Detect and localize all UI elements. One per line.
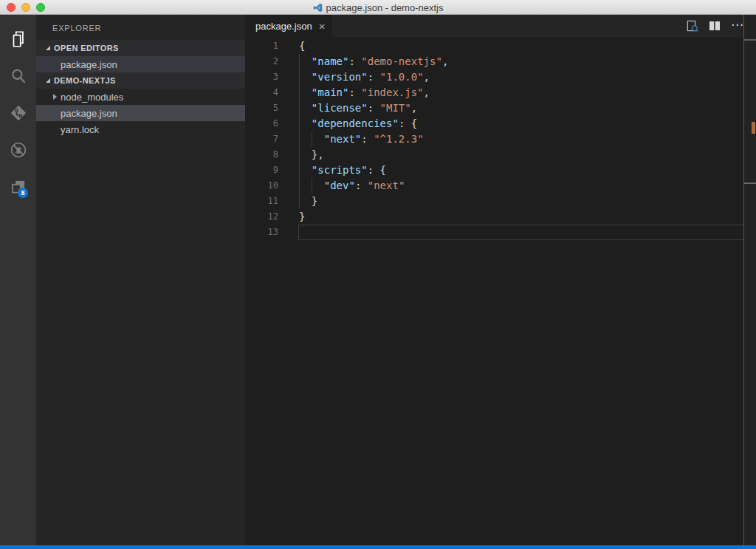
- indent-guide: [299, 194, 300, 209]
- line-number: 13: [245, 225, 278, 240]
- chevron-collapsed-icon: [53, 94, 57, 100]
- tab-bar: package.json × ⋯: [245, 15, 756, 37]
- indent-guide: [299, 100, 300, 116]
- code-text: {: [299, 40, 305, 52]
- file-label: node_modules: [61, 92, 123, 103]
- line-number: 10: [245, 178, 278, 194]
- file-item-node-modules[interactable]: node_modules: [36, 89, 245, 105]
- code-text: "scripts": {: [299, 164, 386, 176]
- tab-close-icon[interactable]: ×: [319, 21, 326, 32]
- window-title: package.json - demo-nextjs: [326, 2, 444, 13]
- line-number: 7: [245, 132, 278, 147]
- file-label: yarn.lock: [61, 124, 99, 135]
- sidebar-title: EXPLORER: [36, 15, 245, 40]
- explorer-sidebar: EXPLORER OPEN EDITORSpackage.jsonDEMO-NE…: [36, 15, 245, 545]
- code-text: }: [299, 211, 305, 222]
- chevron-expanded-icon: [46, 78, 50, 83]
- activity-item-debug[interactable]: [0, 132, 36, 168]
- code-text: "next": "^1.2.3": [299, 133, 424, 145]
- file-item-package-json[interactable]: package.json: [36, 105, 245, 121]
- status-bar: [0, 545, 756, 549]
- editor-group: package.json × ⋯: [245, 15, 756, 545]
- code-line[interactable]: 13: [245, 225, 756, 240]
- code-line[interactable]: 6 "dependencies": {: [245, 116, 756, 132]
- extensions-badge: 8: [18, 188, 28, 198]
- code-line[interactable]: 9 "scripts": {: [245, 163, 756, 178]
- line-number: 12: [245, 209, 278, 225]
- code-text: "main": "index.js",: [299, 86, 430, 98]
- file-label: package.json: [61, 108, 117, 119]
- line-number: 9: [245, 163, 278, 178]
- indent-guide: [299, 85, 300, 100]
- titlebar: package.json - demo-nextjs: [0, 0, 756, 15]
- code-line[interactable]: 7 "next": "^1.2.3": [245, 132, 756, 147]
- activity-item-extensions[interactable]: 8: [0, 168, 36, 205]
- section-label: OPEN EDITORS: [54, 44, 119, 52]
- code-line[interactable]: 3 "version": "1.0.0",: [245, 69, 756, 85]
- code-line[interactable]: 10 "dev": "next": [245, 178, 756, 194]
- code-text: },: [299, 149, 324, 160]
- code-line[interactable]: 4 "main": "index.js",: [245, 85, 756, 100]
- open-preview-icon[interactable]: [686, 20, 698, 33]
- debug-icon: [9, 140, 28, 160]
- activity-item-source-control[interactable]: [0, 95, 36, 132]
- indent-guide: [299, 163, 300, 178]
- code-text: "dependencies": {: [299, 117, 417, 129]
- code-text: "license": "MIT",: [299, 102, 417, 114]
- section-label: DEMO-NEXTJS: [54, 76, 116, 85]
- code-text: "version": "1.0.0",: [299, 71, 430, 83]
- indent-guide: [299, 147, 300, 163]
- line-number: 1: [245, 38, 278, 54]
- code-line[interactable]: 5 "license": "MIT",: [245, 100, 756, 116]
- file-item-yarn-lock[interactable]: yarn.lock: [36, 121, 245, 137]
- line-number: 3: [245, 69, 278, 85]
- indent-guide: [299, 69, 300, 85]
- activity-item-search[interactable]: [0, 58, 36, 95]
- code-line[interactable]: 11 }: [245, 194, 756, 209]
- activity-bar: 8: [0, 15, 36, 545]
- git-icon: [9, 103, 28, 123]
- tab-label: package.json: [255, 21, 312, 32]
- current-line-border: [298, 225, 756, 240]
- section-header-demo-nextjs[interactable]: DEMO-NEXTJS: [36, 72, 245, 89]
- section-header-open-editors[interactable]: OPEN EDITORS: [36, 40, 245, 56]
- vscode-logo-icon: [313, 3, 323, 13]
- code-line[interactable]: 12}: [245, 209, 756, 225]
- indent-guide: [312, 132, 312, 147]
- line-number: 11: [245, 194, 278, 209]
- code-text: "name": "demo-nextjs",: [299, 55, 448, 67]
- code-line[interactable]: 2 "name": "demo-nextjs",: [245, 54, 756, 69]
- code-text: }: [299, 195, 317, 207]
- line-number: 5: [245, 100, 278, 116]
- code-editor[interactable]: 1{2 "name": "demo-nextjs",3 "version": "…: [245, 37, 756, 545]
- indent-guide: [299, 132, 300, 147]
- file-label: package.json: [61, 59, 117, 70]
- indent-guide: [299, 54, 300, 69]
- chevron-expanded-icon: [46, 46, 50, 50]
- background-window-sliver: [743, 15, 756, 545]
- indent-guide: [312, 178, 312, 194]
- indent-guide: [299, 116, 300, 132]
- line-number: 8: [245, 147, 278, 163]
- activity-item-explorer[interactable]: [0, 21, 36, 58]
- line-number: 2: [245, 54, 278, 69]
- file-item-package-json[interactable]: package.json: [36, 56, 245, 72]
- tab-package-json[interactable]: package.json ×: [245, 15, 332, 37]
- code-text: "dev": "next": [299, 180, 405, 191]
- code-line[interactable]: 1{: [245, 38, 756, 54]
- indent-guide: [299, 178, 300, 194]
- line-number: 6: [245, 116, 278, 132]
- line-number: 4: [245, 85, 278, 100]
- split-editor-icon[interactable]: [709, 20, 721, 32]
- code-line[interactable]: 8 },: [245, 147, 756, 163]
- more-actions-icon[interactable]: ⋯: [731, 18, 744, 34]
- files-icon: [9, 30, 28, 49]
- search-icon: [9, 67, 28, 86]
